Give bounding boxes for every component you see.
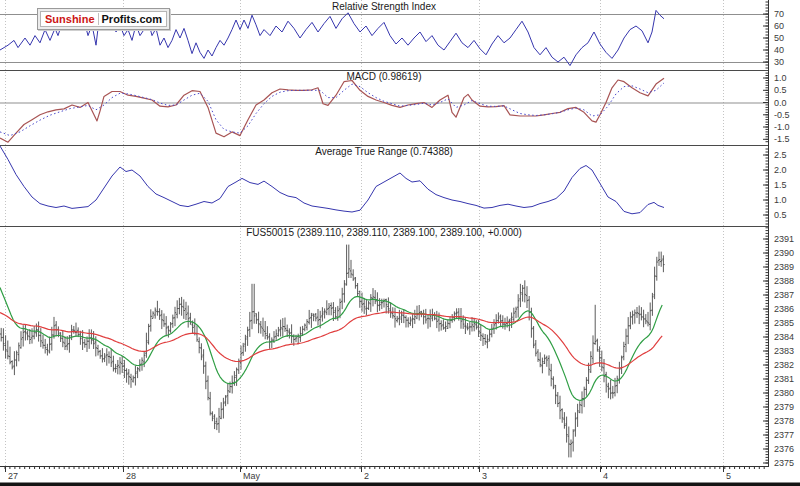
svg-text:2389: 2389 — [774, 262, 794, 272]
svg-text:40: 40 — [774, 45, 784, 55]
svg-text:30: 30 — [774, 57, 784, 67]
svg-text:Average True Range (0.74388): Average True Range (0.74388) — [315, 146, 453, 157]
logo-inner: Sunshine Profits.com — [40, 11, 167, 27]
svg-text:MACD (0.98619): MACD (0.98619) — [346, 71, 421, 82]
panel-atr: Average True Range (0.74388) — [0, 146, 664, 214]
panel-macd: MACD (0.98619) — [0, 71, 768, 142]
svg-text:2383: 2383 — [774, 346, 794, 356]
svg-text:70: 70 — [774, 9, 784, 19]
svg-text:0.5: 0.5 — [774, 85, 787, 95]
svg-text:2378: 2378 — [774, 416, 794, 426]
svg-text:-0.5: -0.5 — [774, 110, 790, 120]
svg-text:50: 50 — [774, 33, 784, 43]
svg-text:28: 28 — [126, 471, 136, 481]
svg-text:3: 3 — [482, 471, 487, 481]
svg-text:2384: 2384 — [774, 332, 794, 342]
svg-text:2387: 2387 — [774, 290, 794, 300]
y-axis-rsi: 7060504030 — [763, 2, 784, 68]
svg-text:60: 60 — [774, 21, 784, 31]
svg-text:Relative Strength Index: Relative Strength Index — [332, 1, 436, 12]
svg-text:2381: 2381 — [774, 374, 794, 384]
svg-text:2376: 2376 — [774, 444, 794, 454]
y-axis-price: 2391239023892388238723862385238423832382… — [763, 228, 794, 468]
chart-canvas: Relative Strength Index7060504030MACD (0… — [0, 0, 800, 486]
logo-text-sunshine: Sunshine — [45, 13, 99, 25]
svg-text:2.5: 2.5 — [774, 150, 787, 160]
svg-text:2390: 2390 — [774, 248, 794, 258]
svg-text:2377: 2377 — [774, 430, 794, 440]
svg-text:4: 4 — [603, 471, 608, 481]
logo[interactable]: Sunshine Profits.com — [37, 8, 170, 30]
bottom-bar — [0, 483, 800, 486]
svg-text:2379: 2379 — [774, 402, 794, 412]
y-axis-atr: 2.52.01.51.00.5 — [763, 149, 787, 224]
svg-text:0.0: 0.0 — [774, 98, 787, 108]
logo-text-profits: Profits.com — [99, 13, 163, 25]
svg-text:2391: 2391 — [774, 234, 794, 244]
svg-text:1.0: 1.0 — [774, 73, 787, 83]
panel-price: FUS50015 (2389.110, 2389.110, 2389.100, … — [0, 227, 665, 457]
svg-text:27: 27 — [8, 471, 18, 481]
svg-text:2.0: 2.0 — [774, 165, 787, 175]
svg-text:2375: 2375 — [774, 458, 794, 468]
svg-text:-1.0: -1.0 — [774, 122, 790, 132]
svg-text:1.0: 1.0 — [774, 195, 787, 205]
ohlc-bars — [0, 245, 665, 458]
svg-text:1.5: 1.5 — [774, 180, 787, 190]
svg-text:FUS50015 (2389.110, 2389.110,: FUS50015 (2389.110, 2389.110, 2389.100, … — [246, 227, 522, 238]
svg-text:5: 5 — [726, 471, 731, 481]
svg-text:-1.5: -1.5 — [774, 134, 790, 144]
svg-text:2: 2 — [364, 471, 369, 481]
svg-text:2382: 2382 — [774, 360, 794, 370]
svg-text:2388: 2388 — [774, 276, 794, 286]
svg-text:2380: 2380 — [774, 388, 794, 398]
svg-text:2385: 2385 — [774, 318, 794, 328]
svg-text:May: May — [243, 471, 261, 481]
x-axis: 2728May2345 — [5, 466, 764, 481]
svg-text:2386: 2386 — [774, 304, 794, 314]
chart-window: Relative Strength Index7060504030MACD (0… — [0, 0, 800, 486]
y-axis-macd: 1.00.50.0-0.5-1.0-1.5 — [763, 73, 790, 144]
svg-text:0.5: 0.5 — [774, 210, 787, 220]
